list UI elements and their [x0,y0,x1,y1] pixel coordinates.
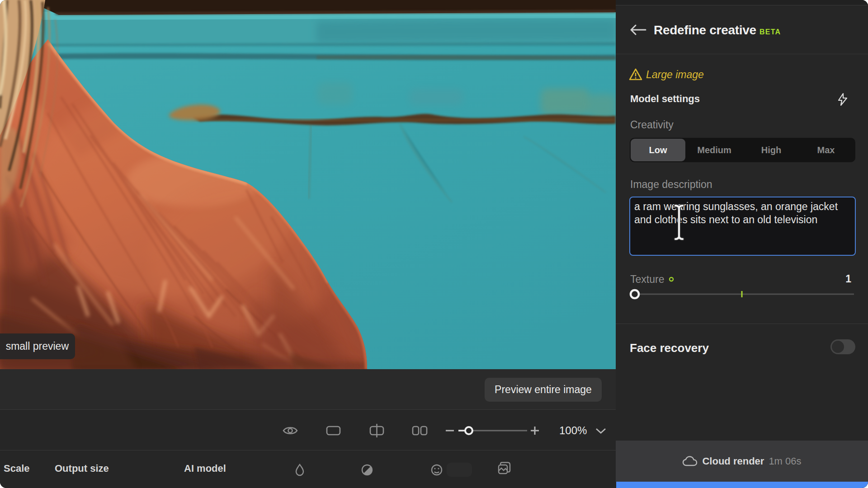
svg-text:100%: 100% [559,424,587,436]
